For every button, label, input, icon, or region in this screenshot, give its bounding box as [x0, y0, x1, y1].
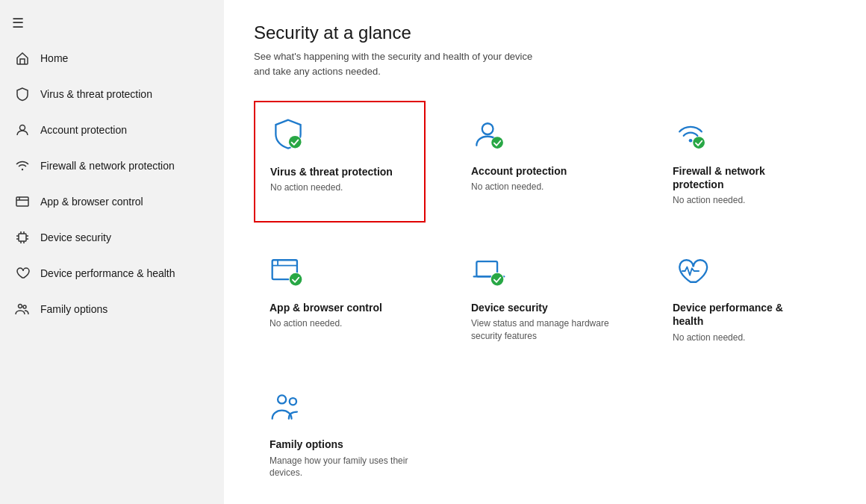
card-firewall-desc: No action needed. [673, 194, 813, 207]
sidebar-item-device-security-label: Device security [40, 231, 111, 243]
svg-point-32 [278, 396, 286, 404]
card-firewall-icon [673, 116, 711, 155]
card-device-security[interactable]: Device security View status and manage h… [455, 237, 627, 359]
svg-rect-2 [16, 197, 28, 206]
page-title: Security at a glance [254, 22, 836, 43]
page-subtitle: See what's happening with the security a… [254, 49, 836, 78]
svg-point-23 [693, 137, 705, 149]
svg-point-14 [19, 305, 22, 308]
card-device-security-desc: View status and manage hardware security… [471, 317, 611, 343]
sidebar-item-virus[interactable]: Virus & threat protection [0, 76, 224, 112]
card-device-perf[interactable]: Device performance & health No action ne… [657, 237, 829, 359]
sidebar-item-device-perf-label: Device performance & health [40, 267, 175, 279]
sidebar-item-account-label: Account protection [40, 124, 127, 136]
svg-point-33 [290, 398, 296, 405]
card-app-browser-icon [270, 253, 308, 292]
svg-point-0 [20, 125, 25, 131]
card-virus-icon [270, 117, 309, 156]
home-icon [15, 51, 30, 66]
heart-icon [15, 266, 30, 281]
card-firewall[interactable]: Firewall & network protection No action … [657, 101, 829, 223]
sidebar-item-firewall[interactable]: Firewall & network protection [0, 148, 224, 184]
hamburger-button[interactable]: ☰ [0, 6, 224, 40]
svg-point-28 [290, 273, 302, 286]
main-content: Security at a glance See what's happenin… [224, 0, 866, 504]
svg-point-15 [23, 305, 26, 308]
card-device-security-icon [471, 253, 510, 292]
card-account-icon [471, 116, 510, 155]
sidebar-item-firewall-label: Firewall & network protection [40, 160, 175, 172]
card-virus-title: Virus & threat protection [270, 165, 409, 178]
person-icon [15, 122, 30, 137]
sidebar-item-app-browser[interactable]: App & browser control [0, 184, 224, 220]
wifi-icon [15, 158, 30, 173]
card-family[interactable]: Family options Manage how your family us… [254, 374, 426, 495]
card-device-security-title: Device security [471, 301, 611, 314]
card-device-perf-title: Device performance & health [673, 301, 813, 328]
svg-point-1 [22, 169, 23, 170]
sidebar-item-family-label: Family options [40, 303, 108, 315]
card-account-desc: No action needed. [471, 181, 611, 193]
card-app-browser-title: App & browser control [270, 301, 410, 314]
svg-point-20 [491, 137, 503, 149]
svg-rect-5 [19, 234, 26, 241]
svg-point-21 [689, 139, 693, 143]
browser-icon [15, 194, 30, 209]
card-firewall-title: Firewall & network protection [673, 164, 813, 191]
card-account[interactable]: Account protection No action needed. [455, 101, 627, 223]
sidebar-item-account[interactable]: Account protection [0, 112, 224, 148]
sidebar-item-home-label: Home [40, 52, 68, 64]
svg-point-31 [491, 273, 504, 286]
card-family-icon [270, 390, 308, 429]
shield-icon [15, 87, 30, 102]
card-virus-desc: No action needed. [270, 181, 409, 194]
sidebar-item-device-perf[interactable]: Device performance & health [0, 255, 224, 291]
card-family-desc: Manage how your family uses their device… [270, 455, 410, 480]
chip-icon [15, 230, 30, 245]
sidebar-item-family[interactable]: Family options [0, 291, 224, 327]
sidebar: ☰ Home Virus & threat protection Account… [0, 0, 224, 504]
family-icon [15, 302, 30, 317]
card-app-browser[interactable]: App & browser control No action needed. [254, 237, 426, 359]
sidebar-item-home[interactable]: Home [0, 40, 224, 76]
svg-point-17 [289, 136, 302, 149]
card-device-perf-icon [673, 253, 711, 292]
svg-point-18 [482, 123, 493, 134]
card-app-browser-desc: No action needed. [270, 317, 410, 330]
sidebar-item-app-browser-label: App & browser control [40, 196, 143, 208]
sidebar-item-virus-label: Virus & threat protection [40, 88, 152, 100]
card-family-title: Family options [270, 438, 410, 451]
cards-grid: Virus & threat protection No action need… [254, 101, 836, 495]
card-account-title: Account protection [471, 164, 611, 178]
card-device-perf-desc: No action needed. [673, 332, 813, 344]
sidebar-item-device-security[interactable]: Device security [0, 220, 224, 255]
card-virus-threat[interactable]: Virus & threat protection No action need… [254, 101, 426, 223]
